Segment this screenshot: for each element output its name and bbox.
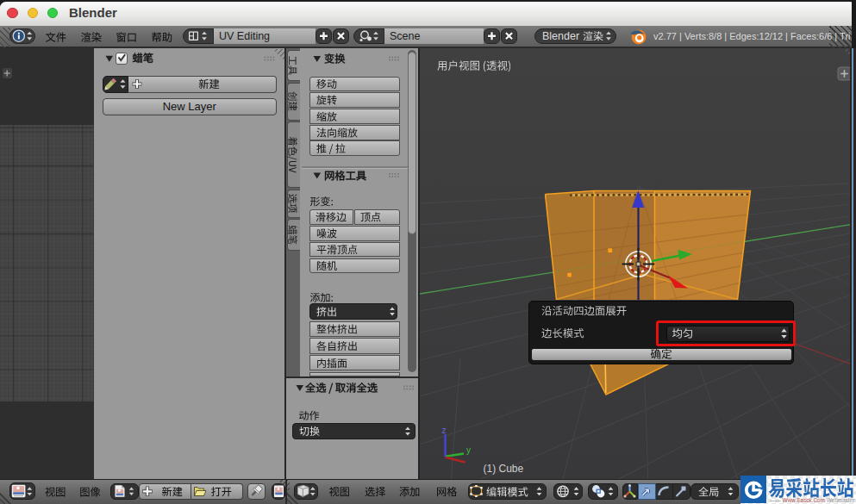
svg-text:z: z [441,426,446,435]
svg-text:y: y [466,445,471,455]
